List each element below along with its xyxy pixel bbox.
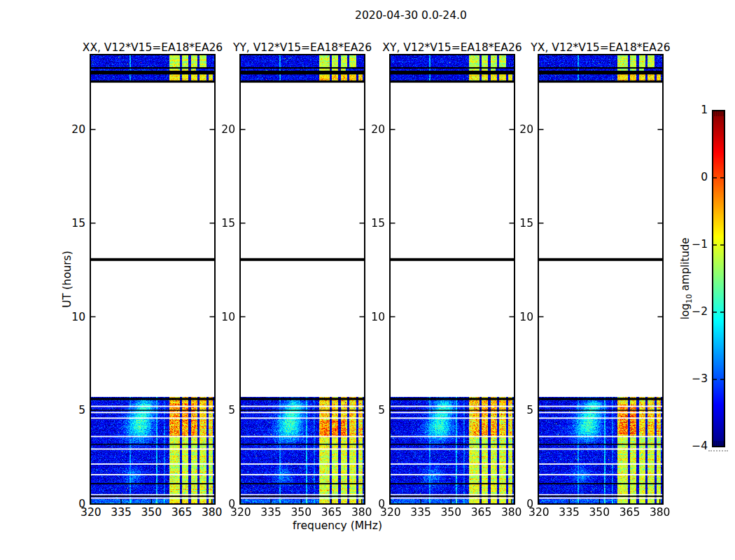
y-axis-label: UT (hours)	[60, 251, 74, 307]
x-tick-label: 335	[552, 505, 586, 519]
spectrogram-panel-xx	[90, 54, 216, 505]
spectrogram-panel-yy	[239, 54, 365, 505]
x-tick-label: 335	[404, 505, 438, 519]
x-tick-label: 320	[374, 505, 407, 519]
x-tick-label: 365	[314, 505, 348, 519]
figure: 2020-04-30 0.0-24.0 XX, V12*V15=EA18*EA2…	[0, 0, 735, 560]
panel-title-xy: XY, V12*V15=EA18*EA26	[382, 41, 522, 55]
spectrogram-panel-yx	[538, 54, 664, 505]
y-tick-label: 20	[200, 122, 235, 136]
x-tick-label: 350	[582, 505, 616, 519]
y-tick-label: 15	[350, 216, 385, 230]
y-tick-label: 5	[200, 403, 235, 417]
colorbar	[712, 110, 725, 447]
x-tick-label: 320	[522, 505, 556, 519]
x-tick-label: 380	[643, 505, 677, 519]
x-tick-label: 320	[74, 505, 108, 519]
y-tick-label: 15	[200, 216, 235, 230]
y-tick-label: 20	[498, 122, 533, 136]
panel-title-yx: YX, V12*V15=EA18*EA26	[531, 41, 670, 55]
y-tick-label: 10	[50, 310, 85, 324]
figure-title: 2020-04-30 0.0-24.0	[355, 8, 467, 22]
x-tick-label: 320	[224, 505, 258, 519]
colorbar-tick-label: −3	[676, 372, 708, 386]
y-tick-label: 5	[498, 403, 533, 417]
x-tick-label: 335	[254, 505, 288, 519]
x-tick-label: 350	[134, 505, 168, 519]
spectrogram-panel-xy	[389, 54, 515, 505]
x-axis-label: frequency (MHz)	[293, 519, 382, 533]
y-tick-label: 10	[498, 310, 533, 324]
x-tick-label: 350	[434, 505, 468, 519]
x-tick-label: 365	[464, 505, 498, 519]
panel-title-xx: XX, V12*V15=EA18*EA26	[83, 41, 223, 55]
colorbar-label-sub: 10	[685, 294, 693, 303]
x-tick-label: 350	[284, 505, 318, 519]
y-tick-label: 20	[50, 122, 85, 136]
y-tick-label: 10	[350, 310, 385, 324]
colorbar-tick-label: −2	[676, 304, 708, 318]
y-tick-label: 5	[350, 403, 385, 417]
panel-title-yy: YY, V12*V15=EA18*EA26	[233, 41, 372, 55]
colorbar-tick-label: −4	[676, 439, 708, 453]
y-tick-label: 15	[498, 216, 533, 230]
y-tick-label: 15	[50, 216, 85, 230]
colorbar-tick-label: −1	[676, 237, 708, 251]
x-tick-label: 335	[104, 505, 138, 519]
x-tick-label: 365	[164, 505, 198, 519]
x-tick-label: 365	[612, 505, 646, 519]
colorbar-tick-label: 1	[676, 103, 708, 117]
colorbar-underflow-dots	[708, 450, 728, 451]
colorbar-tick-label: 0	[676, 170, 708, 184]
y-tick-label: 10	[200, 310, 235, 324]
y-tick-label: 5	[50, 403, 85, 417]
y-tick-label: 20	[350, 122, 385, 136]
